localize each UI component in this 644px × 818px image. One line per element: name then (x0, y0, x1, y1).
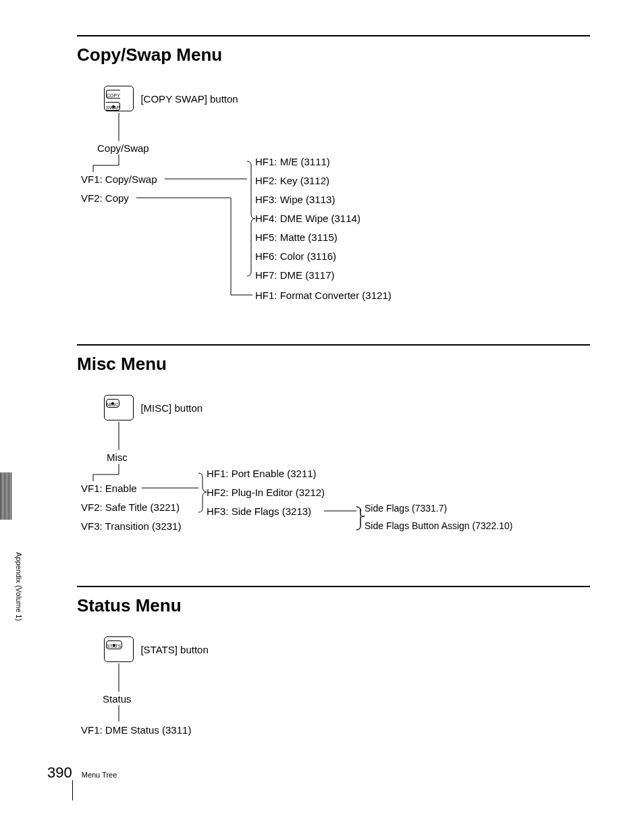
section-title-misc: Misc Menu (77, 354, 590, 375)
tree-lines-copyswap (77, 86, 590, 315)
section-title-copyswap: Copy/Swap Menu (77, 45, 590, 65)
side-text: Appendix (Volume 1) (15, 552, 23, 621)
section-title-status: Status Menu (77, 595, 590, 616)
page-number: 390 (47, 764, 72, 782)
section-copyswap: Copy/Swap Menu COPY SWAP [COPY SWAP] but… (77, 35, 590, 319)
footer-label: Menu Tree (82, 771, 117, 779)
side-tab-marker: Appendix (Volume 1) (0, 472, 32, 607)
tree-lines-status (77, 636, 279, 744)
side-lines (0, 472, 12, 520)
section-misc: Misc Menu MISC [MISC] button Misc VF1: E… (77, 344, 590, 560)
section-status: Status Menu STATS [STATS] button Status … (77, 586, 590, 734)
tree-lines-misc (77, 395, 590, 557)
page-footer: 390 Menu Tree (47, 764, 117, 791)
